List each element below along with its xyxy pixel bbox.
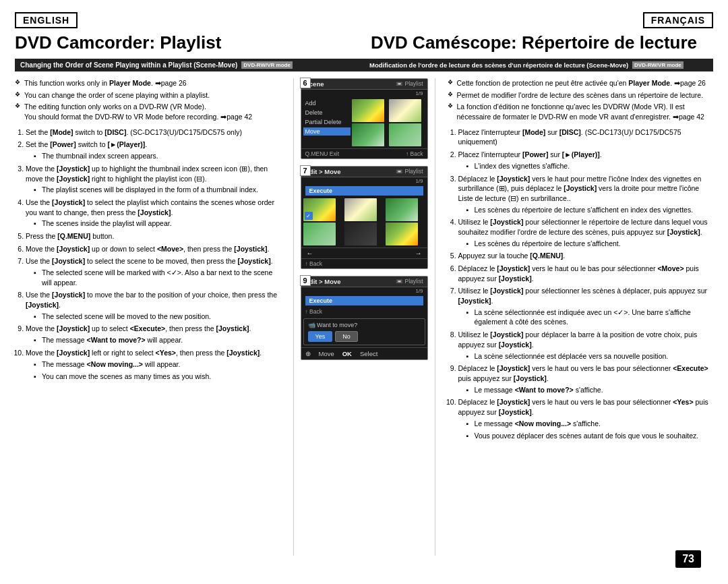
move-icon: ⊕ [305,350,311,357]
panel-6-menu: Add Delete Partial Delete Move [303,99,351,146]
step-fr-9: Déplacez le [Joystick] vers le haut ou v… [458,363,714,395]
dvd-badge-fr: DVD-RW/VR mode [632,61,684,69]
thumb-7-4 [303,223,336,245]
thumb-7-1 [303,198,336,221]
step-en-8-sub: The selected scene will be moved to the … [34,312,281,322]
want-move-dialog: 📹 Want to move? Yes No [303,318,425,345]
select-label: Select [360,350,377,357]
ok-icon: OK [342,350,352,357]
thumb-7-5 [344,223,377,245]
want-move-buttons: Yes No [308,331,421,342]
panel-9-bottom-bar: ⊕ Move OK Select [301,347,427,359]
panel-7-wrapper: 7 Edit > Move 📼 Playlist 1/9 Execute [301,166,428,269]
step-en-8: Use the [Joystick] to move the bar to th… [26,290,281,321]
page: ENGLISH FRANÇAIS DVD Camcorder: Playlist… [0,0,728,584]
panel-9-execute-bar-wrapper: Execute [301,295,427,307]
content-wrapper: This function works only in Player Mode.… [15,78,713,556]
panel-9-execute[interactable]: Execute [305,296,423,305]
panel-6-thumbs [352,99,425,146]
panel-6: Scene 📼 Playlist 1/9 Add Delete Partial … [301,78,428,159]
panel-6-footer: Q.MENU Exit ↑ Back [301,148,427,158]
panel-7-footer: ↑ Back [301,258,427,268]
step-en-4: Use the [Joystick] to select the playlis… [26,198,281,229]
step-en-9: Move the [Joystick] up to select <Execut… [26,324,281,345]
menu-partial-delete[interactable]: Partial Delete [303,118,351,126]
step-en-7: Use the [Joystick] to select the scene t… [26,256,281,287]
step-fr-8: Utilisez le [Joystick] pour déplacer la … [458,330,714,361]
panel-7-execute[interactable]: Execute [305,186,423,196]
panel-9: Edit > Move 📼 Playlist 1/9 Execute ↑ Bac… [301,276,428,360]
panel-6-playlist: 📼 Playlist [396,80,423,88]
panel-7-playlist: 📼 Playlist [396,168,423,175]
step-en-9-sub: The message <Want to move?> will appear. [34,335,281,345]
step-fr-2: Placez l'interrupteur [Power] sur [►(Pla… [458,150,714,171]
panel-7-num: 7 [300,165,311,176]
intro-en-3: The editing function only works on a DVD… [15,102,281,121]
step-en-2: Set the [Power] switch to [►(Player)]. T… [26,140,281,160]
menu-add[interactable]: Add [303,99,351,107]
panel-6-body: Add Delete Partial Delete Move [301,97,427,148]
step-fr-1: Placez l'interrupteur [Mode] sur [DISC].… [458,127,714,147]
step-en-3: Move the [Joystick] up to highlight the … [26,164,281,195]
step-fr-7: Utilisez le [Joystick] pour sélectionner… [458,286,714,327]
step-fr-9-sub: Le message <Want to move?> s'affiche. [466,385,714,395]
scene-bar-fr: Modification de l'ordre de lecture des s… [364,59,713,71]
intro-fr-1: Cette fonction de protection ne peut êtr… [448,78,714,88]
thumb-1 [352,99,384,122]
thumb-7-2 [344,198,377,221]
col-en: This function works only in Player Mode.… [15,78,294,556]
intro-en-2: You can change the order of scene playin… [15,90,281,100]
step-en-10-sub1: The message <Now moving...> will appear. [34,359,281,370]
panel-6-back: ↑ Back [406,150,423,157]
panel-7-arrows: ← → [301,247,427,258]
step-fr-8-sub: La scène sélectionnée est déplacée vers … [466,351,714,361]
step-fr-4-sub: Les scènes du répertoire de lecture s'af… [466,239,714,249]
steps-list-fr: Placez l'interrupteur [Mode] sur [DISC].… [448,127,714,441]
yes-button[interactable]: Yes [308,331,333,342]
title-fr: DVD Caméscope: Répertoire de lecture [357,32,713,53]
panel-6-header: Scene 📼 Playlist [301,79,427,90]
english-tag: ENGLISH [15,12,78,28]
step-en-10: Move the [Joystick] left or right to sel… [26,348,281,382]
step-en-5: Press the [Q.MENU] button. [26,231,281,241]
step-fr-10: Déplacez le [Joystick] vers le haut ou v… [458,397,714,441]
panel-9-back-label: ↑ Back [305,308,323,315]
no-button[interactable]: No [335,331,358,342]
panel-6-count: 1/9 [301,90,427,97]
title-row: DVD Camcorder: Playlist DVD Caméscope: R… [15,32,713,53]
panel-9-header: Edit > Move 📼 Playlist [301,276,427,287]
step-en-6: Move the [Joystick] up or down to select… [26,244,281,254]
lang-header: ENGLISH FRANÇAIS [15,12,713,28]
thumb-3 [352,123,384,146]
col-fr: Cette fonction de protection ne peut êtr… [435,78,714,556]
thumb-7-6 [386,223,418,245]
panel-9-num: 9 [300,275,311,286]
thumb-4 [389,123,421,146]
scene-bar-en: Changing the Order of Scene Playing with… [15,59,364,71]
panel-7-header: Edit > Move 📼 Playlist [301,167,427,177]
step-en-1: Set the [Mode] switch to [DISC]. (SC-DC1… [26,127,281,138]
step-fr-2-sub: L'index des vignettes s'affiche. [466,161,714,171]
menu-move[interactable]: Move [303,127,351,136]
scene-bar-en-text: Changing the Order of Scene Playing with… [20,61,237,69]
menu-delete[interactable]: Delete [303,109,351,117]
panel-7-back: ↑ Back [305,260,323,267]
panel-7-execute-bar: Execute [301,185,427,197]
intro-en-1: This function works only in Player Mode.… [15,78,281,88]
panel-6-wrapper: 6 Scene 📼 Playlist 1/9 Add Delete Partia… [301,78,428,159]
panel-9-playlist: 📼 Playlist [396,278,423,285]
dvd-badge-en: DVD-RW/VR mode [241,61,293,69]
step-fr-10-sub1: Le message <Now moving...> s'affiche. [466,419,714,429]
arrow-right[interactable]: → [415,250,422,257]
step-en-3-sub: The playlist scenes will be displayed in… [34,185,281,195]
title-en: DVD Camcorder: Playlist [15,32,357,53]
scene-bar-fr-text: Modification de l'ordre de lecture des s… [369,61,628,69]
panel-6-qmenu: Q.MENU Exit [305,150,340,157]
step-en-7-sub1: The selected scene will be marked with <… [34,268,281,287]
steps-list-en: Set the [Mode] switch to [DISC]. (SC-DC1… [15,127,281,382]
want-move-title: 📹 Want to move? [308,322,421,328]
intro-fr-2: Permet de modifier l'ordre de lecture de… [448,90,714,100]
intro-bullets-fr: Cette fonction de protection ne peut êtr… [448,78,714,122]
arrow-left[interactable]: ← [307,250,313,257]
move-label: Move [319,350,334,357]
